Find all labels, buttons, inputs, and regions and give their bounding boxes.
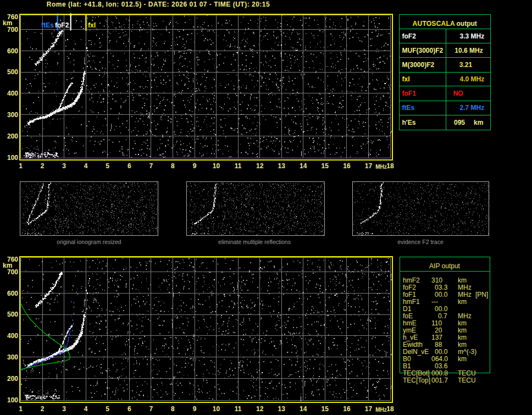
svg-text:6: 6 [128, 162, 131, 170]
svg-text:foF2: foF2 [55, 21, 69, 29]
svg-text:9: 9 [193, 162, 197, 170]
svg-text:095: 095 [454, 119, 465, 126]
svg-text:TEC[Bot]: TEC[Bot] [403, 369, 430, 377]
svg-text:13: 13 [278, 405, 286, 413]
svg-text:18: 18 [386, 162, 394, 170]
svg-text:00.0: 00.0 [435, 305, 448, 313]
svg-text:ftEs: ftEs [41, 21, 54, 29]
svg-text:10: 10 [213, 162, 220, 170]
svg-text:[PN]: [PN] [475, 291, 488, 298]
svg-text:3.3 MHz: 3.3 MHz [459, 32, 484, 40]
svg-text:137: 137 [431, 334, 442, 341]
svg-text:300: 300 [7, 111, 18, 119]
svg-text:m^(-3): m^(-3) [458, 348, 476, 356]
svg-text:13: 13 [278, 162, 286, 170]
svg-text:17: 17 [365, 405, 373, 413]
svg-text:1: 1 [19, 405, 23, 413]
svg-text:B0: B0 [403, 355, 411, 363]
svg-text:1: 1 [19, 162, 23, 170]
svg-text:MUF(3000)F2: MUF(3000)F2 [402, 47, 444, 54]
svg-text:h'Es: h'Es [402, 119, 416, 126]
svg-text:3: 3 [62, 162, 66, 170]
svg-text:km: km [458, 327, 467, 334]
svg-text:Rome (lat: +41.8, lon: 012.5): Rome (lat: +41.8, lon: 012.5) - DATE: 20… [47, 1, 270, 8]
svg-text:10: 10 [213, 405, 220, 413]
svg-text:8: 8 [171, 162, 175, 170]
svg-text:0.7: 0.7 [438, 312, 447, 320]
svg-text:100: 100 [7, 154, 18, 162]
svg-text:03.6: 03.6 [435, 362, 448, 370]
svg-text:DelN_vE: DelN_vE [403, 348, 429, 356]
svg-text:NO: NO [453, 90, 463, 97]
svg-text:2: 2 [41, 162, 45, 170]
svg-text:700: 700 [7, 268, 18, 276]
svg-text:8: 8 [171, 405, 175, 413]
svg-text:400: 400 [7, 332, 18, 340]
svg-text:MHz: MHz [458, 291, 472, 298]
svg-text:2: 2 [41, 405, 45, 413]
svg-text:fxI: fxI [402, 75, 410, 83]
svg-text:200: 200 [7, 132, 18, 140]
svg-text:foF1: foF1 [403, 291, 416, 298]
svg-text:TEC[Top]: TEC[Top] [403, 377, 430, 384]
svg-text:100: 100 [7, 396, 18, 404]
svg-text:3: 3 [62, 405, 66, 413]
svg-text:18: 18 [386, 405, 394, 413]
svg-text:00.0: 00.0 [435, 291, 448, 298]
svg-text:4: 4 [84, 162, 88, 170]
svg-text:ftEs: ftEs [402, 104, 415, 112]
svg-text:km: km [458, 355, 467, 363]
svg-text:15: 15 [322, 405, 329, 413]
svg-text:AUTOSCALA: AUTOSCALA [413, 20, 455, 27]
svg-text:200: 200 [7, 375, 18, 383]
svg-text:Ewidth: Ewidth [403, 341, 423, 348]
svg-text:16: 16 [343, 162, 351, 170]
svg-text:h_vE: h_vE [403, 334, 418, 341]
svg-text:eliminate multiple reflections: eliminate multiple reflections [218, 239, 291, 245]
svg-text:310: 310 [431, 276, 442, 284]
svg-text:064.0: 064.0 [431, 355, 448, 363]
svg-text:600: 600 [7, 290, 18, 297]
svg-text:AIP output: AIP output [429, 262, 460, 270]
svg-text:14: 14 [300, 162, 307, 170]
svg-text:20: 20 [435, 327, 442, 334]
svg-text:foE: foE [403, 312, 413, 320]
svg-text:D1: D1 [403, 305, 412, 313]
svg-text:foF2: foF2 [403, 284, 416, 291]
svg-text:fxI: fxI [88, 21, 96, 29]
svg-text:km: km [474, 119, 483, 126]
svg-text:4: 4 [84, 405, 88, 413]
svg-text:7: 7 [149, 162, 153, 170]
svg-text:TECU: TECU [458, 369, 476, 377]
svg-text:11: 11 [235, 405, 242, 413]
svg-text:TECU: TECU [458, 377, 476, 384]
svg-text:foF2: foF2 [402, 32, 417, 40]
svg-text:6: 6 [128, 405, 131, 413]
svg-text:500: 500 [7, 68, 18, 76]
svg-text:km: km [458, 334, 467, 341]
svg-text:700: 700 [7, 26, 18, 34]
svg-text:hmF1: hmF1 [403, 298, 420, 306]
svg-text:km: km [458, 298, 467, 306]
svg-text:12: 12 [256, 162, 264, 170]
svg-text:hmF2: hmF2 [403, 276, 420, 284]
svg-text:88: 88 [435, 341, 442, 348]
svg-text:400: 400 [7, 90, 18, 97]
svg-text:110: 110 [431, 319, 442, 327]
svg-text:---: --- [431, 298, 438, 306]
svg-text:km: km [458, 276, 467, 284]
svg-text:600: 600 [7, 47, 18, 55]
svg-text:001.7: 001.7 [431, 377, 448, 384]
svg-text:16: 16 [343, 405, 351, 413]
svg-text:14: 14 [300, 405, 307, 413]
svg-text:3.21: 3.21 [459, 61, 473, 69]
svg-text:M(3000)F2: M(3000)F2 [402, 61, 435, 69]
svg-text:MHz: MHz [375, 407, 387, 413]
svg-text:300: 300 [7, 353, 18, 361]
svg-text:000.8: 000.8 [431, 369, 448, 377]
svg-text:km: km [458, 341, 467, 348]
svg-text:4.0 MHz: 4.0 MHz [459, 75, 484, 83]
svg-text:MHz: MHz [458, 284, 472, 291]
svg-text:5: 5 [106, 405, 109, 413]
svg-text:17: 17 [365, 162, 373, 170]
